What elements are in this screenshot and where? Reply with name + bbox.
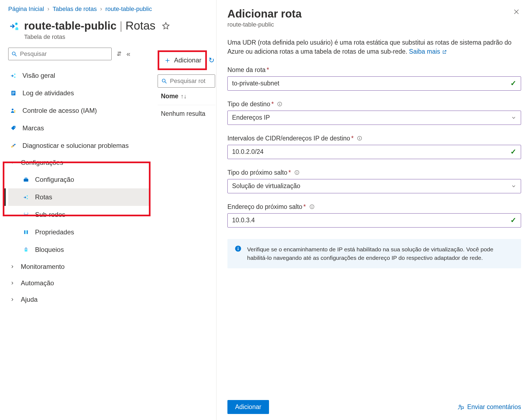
sidebar-item-locks[interactable]: Bloqueios (8, 241, 151, 258)
info-callout: Verifique se o encaminhamento de IP está… (227, 239, 521, 268)
next-hop-type-select[interactable]: Solução de virtualização (227, 179, 521, 193)
svg-rect-7 (12, 93, 15, 93)
sidebar-group-automation[interactable]: Automação (8, 275, 151, 291)
chevron-down-icon (10, 160, 15, 165)
resource-type-label: Tabela de rotas (24, 33, 216, 41)
chevron-right-icon (10, 281, 15, 286)
field-label: Tipo do próximo salto (227, 169, 287, 176)
sidebar-group-monitoring[interactable]: Monitoramento (8, 258, 151, 275)
sidebar-group-settings[interactable]: Configurações (8, 154, 151, 171)
add-route-button[interactable]: ＋ Adicionar (158, 50, 207, 70)
svg-rect-21 (25, 230, 26, 234)
toolbar: ＋ Adicionar ↻ (158, 50, 215, 70)
table-search[interactable] (158, 74, 215, 88)
sidebar-item-label: Visão geral (22, 72, 55, 79)
field-route-name: Nome da rota* to-private-subnet ✓ (227, 66, 521, 91)
sidebar-item-routes[interactable]: Rotas (8, 188, 151, 206)
svg-point-9 (12, 109, 13, 110)
favorite-star-icon[interactable] (162, 22, 170, 30)
chevron-down-icon (511, 115, 516, 120)
route-table-icon (8, 20, 20, 31)
field-label: Endereço do próximo salto (227, 203, 302, 211)
info-icon[interactable] (357, 136, 362, 141)
panel-footer: Adicionar Enviar comentários (227, 400, 521, 414)
submit-button[interactable]: Adicionar (227, 400, 269, 414)
feedback-link[interactable]: Enviar comentários (457, 403, 521, 411)
close-icon[interactable] (513, 8, 520, 15)
svg-rect-23 (25, 249, 27, 252)
required-indicator: * (288, 169, 291, 176)
next-hop-address-input[interactable]: 10.0.3.4 ✓ (227, 213, 521, 228)
info-icon[interactable] (294, 170, 300, 175)
panel-subtitle: route-table-public (227, 21, 521, 28)
refresh-icon[interactable]: ↻ (209, 56, 215, 65)
required-indicator: * (303, 203, 306, 211)
sidebar-item-label: Diagnosticar e solucionar problemas (22, 142, 129, 149)
svg-rect-8 (12, 94, 14, 94)
sidebar-item-label: Bloqueios (35, 246, 64, 254)
svg-point-1 (16, 23, 17, 25)
svg-point-10 (14, 110, 15, 111)
sidebar-search-input[interactable] (20, 50, 109, 57)
svg-rect-12 (12, 145, 15, 147)
sidebar-group-label: Configurações (21, 159, 63, 166)
expand-collapse-icon[interactable]: ⇵ (117, 50, 122, 57)
sidebar-item-iam[interactable]: Controle de acesso (IAM) (8, 102, 151, 119)
sidebar-item-subnets[interactable]: <> Sub-redes (8, 206, 151, 223)
sidebar-item-label: Rotas (35, 193, 52, 201)
svg-point-4 (14, 74, 16, 75)
sidebar-group-label: Ajuda (21, 296, 37, 303)
svg-point-41 (459, 405, 461, 407)
table-empty-text: Nenhum resulta (158, 105, 215, 117)
chevron-right-icon: › (100, 5, 102, 13)
svg-text:<: < (24, 212, 25, 215)
field-next-hop-type: Tipo do próximo salto* Solução de virtua… (227, 169, 521, 193)
toolbox-icon (22, 176, 30, 183)
routes-icon (22, 194, 30, 201)
info-text: Verifique se o encaminhamento de IP está… (247, 245, 514, 262)
field-label: Intervalos de CIDR/endereços IP de desti… (227, 135, 350, 142)
sidebar-item-diagnose[interactable]: Diagnosticar e solucionar problemas (8, 137, 151, 154)
svg-rect-22 (27, 230, 28, 234)
route-name-input[interactable]: to-private-subnet ✓ (227, 76, 521, 91)
svg-rect-37 (312, 206, 312, 208)
sidebar-item-overview[interactable]: Visão geral (8, 67, 151, 84)
feedback-icon (457, 404, 464, 411)
required-indicator: * (351, 135, 354, 142)
breadcrumb-home[interactable]: Página Inicial (8, 5, 44, 13)
svg-point-24 (162, 79, 165, 82)
info-icon[interactable] (309, 204, 315, 209)
add-route-panel: Adicionar rota route-table-public Uma UD… (216, 0, 532, 420)
table-header-name[interactable]: Nome↑↓ (158, 88, 215, 105)
svg-point-11 (14, 127, 15, 128)
svg-rect-34 (297, 172, 297, 174)
breadcrumb-route-tables[interactable]: Tabelas de rotas (53, 5, 97, 13)
breadcrumb-resource[interactable]: route-table-public (105, 5, 152, 13)
learn-more-link[interactable]: Saiba mais (409, 48, 447, 55)
validated-check-icon: ✓ (510, 148, 516, 156)
log-icon (10, 90, 17, 97)
svg-rect-6 (12, 92, 15, 92)
sidebar-item-tags[interactable]: Marcas (8, 119, 151, 137)
sidebar-menu: Visão geral Log de atividades Controle d… (8, 67, 151, 308)
svg-point-19 (25, 214, 27, 215)
breadcrumb: Página Inicial › Tabelas de rotas › rout… (8, 5, 216, 13)
add-button-label: Adicionar (174, 56, 201, 64)
route-table-icon (10, 72, 17, 79)
svg-rect-40 (238, 248, 239, 250)
sidebar-group-label: Monitoramento (21, 263, 65, 271)
svg-rect-31 (359, 138, 360, 139)
info-icon[interactable] (277, 101, 282, 107)
sidebar-group-help[interactable]: Ajuda (8, 291, 151, 308)
destination-type-select[interactable]: Endereços IP (227, 111, 521, 125)
collapse-sidebar-icon[interactable]: « (126, 50, 130, 58)
cidr-input[interactable]: 10.0.2.0/24 ✓ (227, 145, 521, 159)
sidebar-item-configuration[interactable]: Configuração (8, 171, 151, 188)
sidebar-item-activity-log[interactable]: Log de atividades (8, 84, 151, 102)
svg-point-39 (238, 247, 238, 248)
sidebar-item-properties[interactable]: Propriedades (8, 223, 151, 241)
lock-icon (22, 246, 30, 253)
sidebar-item-label: Log de atividades (22, 89, 74, 97)
sidebar-search[interactable] (8, 48, 112, 60)
sort-icon: ↑↓ (181, 93, 187, 100)
